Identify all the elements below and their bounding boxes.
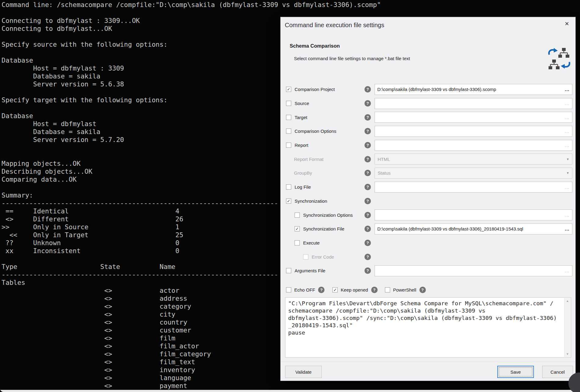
synchronization-label: Synchronization [295,198,327,204]
help-icon[interactable]: ? [364,267,371,274]
row-comparison-options: Comparison Options ? ... [286,124,572,138]
browse-button[interactable]: ... [562,143,572,148]
row-groupby: GroupBy ? Status ▼ [286,166,572,180]
echo-off-checkbox[interactable] [286,287,291,292]
comparison-options-field: ... [375,126,572,137]
help-icon[interactable]: ? [364,170,371,176]
report-format-select[interactable]: HTML ▼ [375,154,572,165]
error-code-checkbox [303,254,308,260]
option-rows: ✓ Comparison Project ? ... Source ? ... [286,82,572,278]
row-report-format: Report Format ? HTML ▼ [286,152,572,166]
help-icon[interactable]: ? [364,240,371,246]
synchronization-options-field: ... [375,209,572,220]
synchronization-file-field: ... [375,223,572,234]
help-icon[interactable]: ? [364,254,371,260]
command-line-settings-dialog: Command line execution file settings ✕ S… [280,17,576,381]
row-error-code: Error Code ? [286,250,572,264]
execute-checkbox[interactable] [295,240,300,245]
report-label: Report [295,143,308,148]
row-arguments-file: Arguments File ? ... [286,264,572,278]
synchronization-options-checkbox[interactable] [295,212,300,218]
groupby-value: Status [375,170,566,176]
synchronization-file-label: Synchronization File [303,226,344,231]
powershell-checkbox[interactable] [385,287,390,292]
synchronization-file-input[interactable] [375,226,562,231]
target-field: ... [375,112,572,123]
target-checkbox[interactable] [286,115,291,120]
help-icon[interactable]: ? [364,114,371,121]
comparison-project-field: ... [375,84,572,95]
help-icon[interactable]: ? [364,100,371,107]
source-label: Source [295,101,309,106]
bat-file-text-box[interactable]: "C:\Program Files\Devart\dbForge Schema … [285,297,571,358]
scroll-up-icon[interactable]: ▲ [566,298,569,304]
comparison-project-checkbox[interactable]: ✓ [286,87,291,92]
help-icon[interactable]: ? [364,86,371,93]
check-icon: ✓ [287,199,290,203]
help-icon[interactable]: ? [364,128,371,134]
arguments-file-input[interactable] [375,268,562,273]
keep-opened-checkbox[interactable]: ✓ [332,287,338,292]
row-target: Target ? ... [286,110,572,124]
section-subtitle: Select command line file settings to man… [294,56,410,61]
report-format-label: Report Format [294,157,324,162]
source-checkbox[interactable] [286,101,291,106]
help-icon[interactable]: ? [318,287,324,293]
source-input[interactable] [375,101,562,106]
bat-file-text[interactable]: "C:\Program Files\Devart\dbForge Schema … [285,298,564,357]
source-field: ... [375,98,572,109]
row-synchronization-options: Synchronization Options ? ... [286,208,572,222]
window-bottom-edge [0,390,580,392]
powershell-label: PowerShell [393,287,416,292]
synchronization-checkbox[interactable]: ✓ [286,198,291,204]
report-checkbox[interactable] [286,143,291,148]
comparison-options-checkbox[interactable] [286,129,291,134]
help-icon[interactable]: ? [364,226,371,232]
arguments-file-checkbox[interactable] [286,268,291,273]
browse-button[interactable]: ... [562,226,572,231]
log-file-checkbox[interactable] [286,184,291,190]
browse-button[interactable]: ... [562,212,572,218]
groupby-select[interactable]: Status ▼ [375,168,572,179]
synchronization-options-input[interactable] [375,212,562,218]
help-icon[interactable]: ? [364,156,371,162]
error-code-label: Error Code [312,254,334,260]
log-file-input[interactable] [375,184,562,190]
comparison-options-input[interactable] [375,129,562,134]
browse-button[interactable]: ... [562,87,572,92]
target-input[interactable] [375,115,562,120]
report-field: ... [375,140,572,151]
comparison-options-label: Comparison Options [295,129,336,134]
execute-label: Execute [303,240,320,245]
help-icon[interactable]: ? [364,184,371,190]
browse-button[interactable]: ... [562,184,572,190]
flags-row: Echo OFF ? ✓ Keep opened ? PowerShell ? [286,284,572,295]
browse-button[interactable]: ... [562,115,572,120]
synchronization-options-label: Synchronization Options [303,212,353,218]
synchronization-file-checkbox[interactable]: ✓ [295,226,300,231]
scroll-down-icon[interactable]: ▼ [566,351,569,357]
row-synchronization-file: ✓ Synchronization File ? ... [286,222,572,236]
help-icon[interactable]: ? [364,142,371,148]
scrollbar[interactable]: ▲ ▼ [564,298,571,357]
comparison-project-input[interactable] [375,87,562,92]
cancel-button[interactable]: Cancel [542,366,573,378]
help-icon[interactable]: ? [371,287,378,293]
browse-button[interactable]: ... [562,101,572,106]
save-button[interactable]: Save [497,366,534,378]
help-icon[interactable]: ? [364,198,371,204]
help-icon[interactable]: ? [364,212,371,218]
schema-comparison-icon [548,45,571,71]
row-log-file: Log File ? ... [286,180,572,194]
arguments-file-label: Arguments File [295,268,325,273]
check-icon: ✓ [333,288,337,292]
browse-button[interactable]: ... [562,129,572,134]
report-input[interactable] [375,143,562,148]
validate-button[interactable]: Validate [285,366,322,378]
check-icon: ✓ [287,87,290,92]
help-icon[interactable]: ? [419,287,426,293]
row-execute: Execute ? [286,236,572,250]
dialog-title: Command line execution file settings [285,22,384,29]
browse-button[interactable]: ... [562,268,572,273]
close-icon[interactable]: ✕ [563,20,571,28]
